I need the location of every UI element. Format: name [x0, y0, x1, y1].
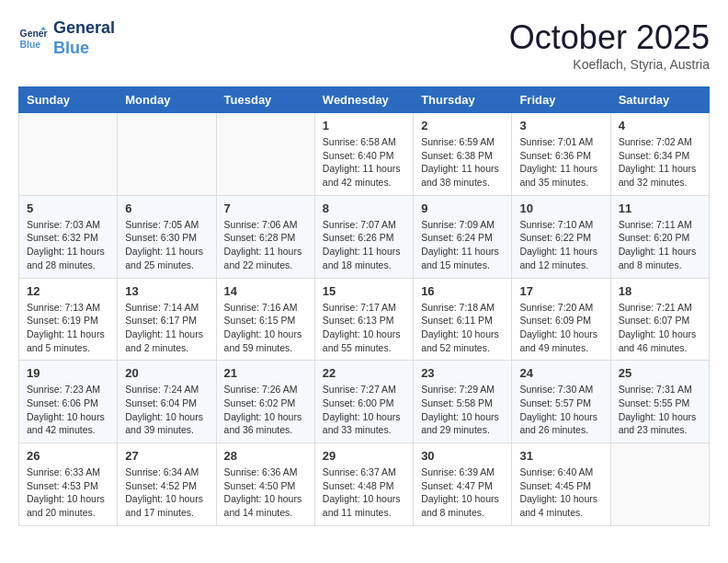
weekday-header-wednesday: Wednesday: [314, 87, 413, 113]
day-info: Sunrise: 7:03 AM Sunset: 6:32 PM Dayligh…: [27, 218, 109, 272]
calendar-cell: 16Sunrise: 7:18 AM Sunset: 6:11 PM Dayli…: [414, 278, 512, 361]
day-info: Sunrise: 7:17 AM Sunset: 6:13 PM Dayligh…: [323, 301, 405, 355]
day-number: 2: [421, 119, 504, 132]
weekday-header-thursday: Thursday: [414, 87, 512, 113]
day-number: 3: [519, 119, 602, 132]
day-number: 27: [125, 449, 208, 463]
day-info: Sunrise: 7:29 AM Sunset: 5:58 PM Dayligh…: [421, 383, 504, 437]
logo: General Blue General Blue: [18, 18, 115, 58]
calendar-cell: 1Sunrise: 6:58 AM Sunset: 6:40 PM Daylig…: [314, 113, 413, 196]
week-row-3: 12Sunrise: 7:13 AM Sunset: 6:19 PM Dayli…: [19, 278, 710, 361]
weekday-header-tuesday: Tuesday: [216, 87, 314, 113]
calendar-cell: 4Sunrise: 7:02 AM Sunset: 6:34 PM Daylig…: [610, 113, 709, 196]
day-info: Sunrise: 7:21 AM Sunset: 6:07 PM Dayligh…: [619, 301, 701, 355]
day-info: Sunrise: 7:09 AM Sunset: 6:24 PM Dayligh…: [421, 218, 504, 272]
week-row-5: 26Sunrise: 6:33 AM Sunset: 4:53 PM Dayli…: [19, 443, 710, 526]
weekday-header-saturday: Saturday: [610, 87, 709, 113]
calendar-cell: 23Sunrise: 7:29 AM Sunset: 5:58 PM Dayli…: [414, 361, 512, 443]
day-info: Sunrise: 7:30 AM Sunset: 5:57 PM Dayligh…: [519, 383, 602, 437]
calendar-cell: [118, 113, 216, 196]
day-info: Sunrise: 7:10 AM Sunset: 6:22 PM Dayligh…: [519, 218, 602, 272]
day-number: 21: [224, 366, 307, 380]
day-info: Sunrise: 7:31 AM Sunset: 5:55 PM Dayligh…: [619, 383, 701, 437]
day-number: 29: [323, 449, 405, 463]
day-number: 25: [619, 366, 701, 380]
calendar-cell: 18Sunrise: 7:21 AM Sunset: 6:07 PM Dayli…: [610, 278, 709, 361]
day-number: 1: [323, 119, 405, 132]
calendar-cell: [610, 443, 709, 526]
day-info: Sunrise: 7:26 AM Sunset: 6:02 PM Dayligh…: [224, 383, 307, 437]
svg-text:Blue: Blue: [20, 39, 41, 49]
day-info: Sunrise: 7:13 AM Sunset: 6:19 PM Dayligh…: [27, 301, 109, 355]
calendar-cell: 10Sunrise: 7:10 AM Sunset: 6:22 PM Dayli…: [512, 195, 610, 278]
calendar-cell: 19Sunrise: 7:23 AM Sunset: 6:06 PM Dayli…: [19, 361, 118, 443]
week-row-4: 19Sunrise: 7:23 AM Sunset: 6:06 PM Dayli…: [19, 361, 710, 443]
day-number: 17: [519, 284, 602, 298]
day-info: Sunrise: 6:58 AM Sunset: 6:40 PM Dayligh…: [323, 135, 405, 190]
calendar-cell: 24Sunrise: 7:30 AM Sunset: 5:57 PM Dayli…: [512, 361, 610, 443]
day-number: 18: [619, 284, 701, 298]
day-info: Sunrise: 7:14 AM Sunset: 6:17 PM Dayligh…: [125, 301, 208, 355]
day-info: Sunrise: 7:27 AM Sunset: 6:00 PM Dayligh…: [323, 383, 405, 437]
calendar-cell: 9Sunrise: 7:09 AM Sunset: 6:24 PM Daylig…: [414, 195, 512, 278]
day-info: Sunrise: 7:23 AM Sunset: 6:06 PM Dayligh…: [27, 383, 109, 437]
day-info: Sunrise: 6:37 AM Sunset: 4:48 PM Dayligh…: [323, 465, 405, 520]
day-info: Sunrise: 7:01 AM Sunset: 6:36 PM Dayligh…: [519, 135, 602, 190]
calendar-cell: 29Sunrise: 6:37 AM Sunset: 4:48 PM Dayli…: [314, 443, 413, 526]
calendar-cell: 6Sunrise: 7:05 AM Sunset: 6:30 PM Daylig…: [118, 195, 216, 278]
logo-icon: General Blue: [18, 24, 48, 53]
calendar-cell: 21Sunrise: 7:26 AM Sunset: 6:02 PM Dayli…: [216, 361, 314, 443]
weekday-header-monday: Monday: [118, 87, 216, 113]
day-number: 19: [27, 366, 109, 380]
day-info: Sunrise: 6:36 AM Sunset: 4:50 PM Dayligh…: [224, 465, 307, 520]
location-subtitle: Koeflach, Styria, Austria: [509, 57, 710, 72]
page-header: General Blue General Blue October 2025 K…: [18, 18, 710, 72]
day-number: 11: [619, 201, 701, 215]
day-number: 7: [224, 201, 307, 215]
day-info: Sunrise: 6:33 AM Sunset: 4:53 PM Dayligh…: [27, 465, 109, 520]
calendar-cell: 28Sunrise: 6:36 AM Sunset: 4:50 PM Dayli…: [216, 443, 314, 526]
day-number: 24: [519, 366, 602, 380]
day-number: 6: [125, 201, 208, 215]
calendar-cell: 5Sunrise: 7:03 AM Sunset: 6:32 PM Daylig…: [19, 195, 118, 278]
day-number: 5: [27, 201, 109, 215]
day-number: 10: [519, 201, 602, 215]
day-info: Sunrise: 7:07 AM Sunset: 6:26 PM Dayligh…: [323, 218, 405, 272]
calendar-cell: 30Sunrise: 6:39 AM Sunset: 4:47 PM Dayli…: [414, 443, 512, 526]
month-title: October 2025: [509, 18, 710, 57]
day-number: 26: [27, 449, 109, 463]
weekday-header-friday: Friday: [512, 87, 610, 113]
day-info: Sunrise: 7:11 AM Sunset: 6:20 PM Dayligh…: [619, 218, 701, 272]
day-number: 15: [323, 284, 405, 298]
calendar-cell: 27Sunrise: 6:34 AM Sunset: 4:52 PM Dayli…: [118, 443, 216, 526]
calendar-cell: 11Sunrise: 7:11 AM Sunset: 6:20 PM Dayli…: [610, 195, 709, 278]
day-number: 9: [421, 201, 504, 215]
day-number: 8: [323, 201, 405, 215]
calendar-cell: 17Sunrise: 7:20 AM Sunset: 6:09 PM Dayli…: [512, 278, 610, 361]
day-info: Sunrise: 7:24 AM Sunset: 6:04 PM Dayligh…: [125, 383, 208, 437]
day-info: Sunrise: 6:40 AM Sunset: 4:45 PM Dayligh…: [519, 465, 602, 520]
calendar-cell: 15Sunrise: 7:17 AM Sunset: 6:13 PM Dayli…: [314, 278, 413, 361]
calendar-cell: 3Sunrise: 7:01 AM Sunset: 6:36 PM Daylig…: [512, 113, 610, 196]
day-info: Sunrise: 7:06 AM Sunset: 6:28 PM Dayligh…: [224, 218, 307, 272]
title-block: October 2025 Koeflach, Styria, Austria: [509, 18, 710, 72]
week-row-1: 1Sunrise: 6:58 AM Sunset: 6:40 PM Daylig…: [19, 113, 710, 196]
day-number: 22: [323, 366, 405, 380]
calendar-cell: 26Sunrise: 6:33 AM Sunset: 4:53 PM Dayli…: [19, 443, 118, 526]
calendar-cell: 20Sunrise: 7:24 AM Sunset: 6:04 PM Dayli…: [118, 361, 216, 443]
day-info: Sunrise: 7:16 AM Sunset: 6:15 PM Dayligh…: [224, 301, 307, 355]
day-info: Sunrise: 6:59 AM Sunset: 6:38 PM Dayligh…: [421, 135, 504, 190]
day-number: 31: [519, 449, 602, 463]
calendar-cell: 22Sunrise: 7:27 AM Sunset: 6:00 PM Dayli…: [314, 361, 413, 443]
calendar-cell: 13Sunrise: 7:14 AM Sunset: 6:17 PM Dayli…: [118, 278, 216, 361]
day-info: Sunrise: 6:34 AM Sunset: 4:52 PM Dayligh…: [125, 465, 208, 520]
day-info: Sunrise: 7:20 AM Sunset: 6:09 PM Dayligh…: [519, 301, 602, 355]
logo-text: General Blue: [53, 18, 115, 58]
day-number: 14: [224, 284, 307, 298]
day-info: Sunrise: 7:02 AM Sunset: 6:34 PM Dayligh…: [619, 135, 701, 190]
calendar-cell: 25Sunrise: 7:31 AM Sunset: 5:55 PM Dayli…: [610, 361, 709, 443]
day-number: 16: [421, 284, 504, 298]
calendar-table: SundayMondayTuesdayWednesdayThursdayFrid…: [18, 86, 710, 526]
calendar-cell: 8Sunrise: 7:07 AM Sunset: 6:26 PM Daylig…: [314, 195, 413, 278]
weekday-header-row: SundayMondayTuesdayWednesdayThursdayFrid…: [19, 87, 710, 113]
